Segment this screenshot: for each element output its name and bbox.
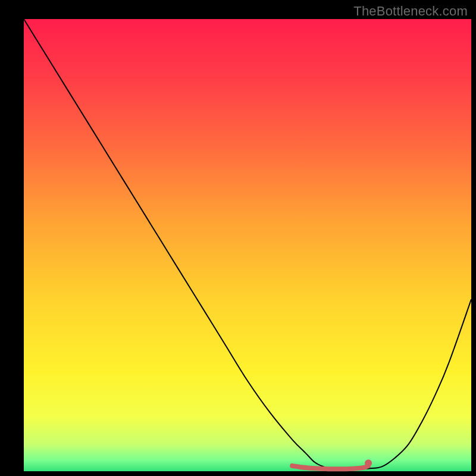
bottleneck-chart	[0, 0, 476, 476]
chart-stage: TheBottleneck.com	[0, 0, 476, 476]
optimal-dot	[365, 459, 372, 466]
plot-background	[24, 19, 471, 471]
watermark-text: TheBottleneck.com	[353, 4, 468, 19]
